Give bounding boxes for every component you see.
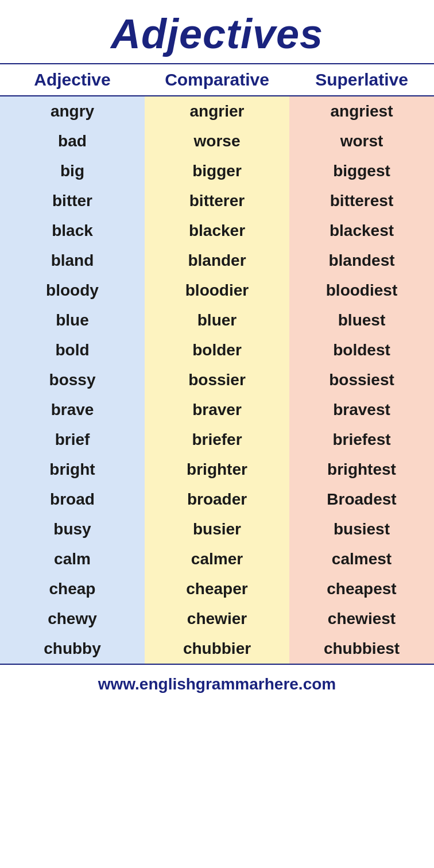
cell-sup-4: blackest: [289, 216, 434, 246]
table-row: badworseworst: [0, 126, 434, 156]
cell-adj-8: bold: [0, 335, 145, 365]
cell-sup-18: chubbiest: [289, 634, 434, 664]
cell-sup-6: bloodiest: [289, 276, 434, 305]
table-wrapper: Adjective Comparative Superlative angrya…: [0, 63, 434, 664]
cell-sup-17: chewiest: [289, 604, 434, 634]
table-row: bigbiggerbiggest: [0, 156, 434, 186]
page: Adjectives Adjective Comparative Superla…: [0, 0, 434, 711]
cell-sup-15: calmest: [289, 544, 434, 574]
table-row: brightbrighterbrightest: [0, 455, 434, 485]
cell-adj-1: bad: [0, 126, 145, 156]
cell-comp-1: worse: [145, 126, 289, 156]
cell-adj-3: bitter: [0, 186, 145, 216]
table-row: boldbolderboldest: [0, 335, 434, 365]
cell-adj-16: cheap: [0, 574, 145, 604]
table-row: cheapcheapercheapest: [0, 574, 434, 604]
table-row: bitterbittererbitterest: [0, 186, 434, 216]
cell-sup-11: briefest: [289, 425, 434, 455]
cell-comp-5: blander: [145, 246, 289, 276]
cell-adj-14: busy: [0, 514, 145, 544]
cell-adj-17: chewy: [0, 604, 145, 634]
table-row: bravebraverbravest: [0, 395, 434, 425]
cell-comp-6: bloodier: [145, 276, 289, 305]
page-title: Adjectives: [0, 0, 434, 63]
cell-sup-7: bluest: [289, 305, 434, 335]
table-row: angryangrierangriest: [0, 96, 434, 126]
cell-comp-4: blacker: [145, 216, 289, 246]
table-row: chewychewierchewiest: [0, 604, 434, 634]
table-row: chubbychubbierchubbiest: [0, 634, 434, 664]
cell-comp-10: braver: [145, 395, 289, 425]
cell-sup-14: busiest: [289, 514, 434, 544]
table-row: bluebluerbluest: [0, 305, 434, 335]
cell-comp-13: broader: [145, 485, 289, 514]
header-superlative: Superlative: [289, 64, 434, 96]
table-row: busybusierbusiest: [0, 514, 434, 544]
cell-adj-9: bossy: [0, 365, 145, 395]
table-row: blackblackerblackest: [0, 216, 434, 246]
table-row: broadbroaderBroadest: [0, 485, 434, 514]
cell-comp-9: bossier: [145, 365, 289, 395]
adjectives-table: Adjective Comparative Superlative angrya…: [0, 63, 434, 664]
cell-comp-14: busier: [145, 514, 289, 544]
table-row: bossybossierbossiest: [0, 365, 434, 395]
cell-comp-7: bluer: [145, 305, 289, 335]
cell-sup-13: Broadest: [289, 485, 434, 514]
cell-comp-15: calmer: [145, 544, 289, 574]
cell-sup-12: brightest: [289, 455, 434, 485]
cell-adj-0: angry: [0, 96, 145, 126]
cell-adj-15: calm: [0, 544, 145, 574]
cell-adj-12: bright: [0, 455, 145, 485]
cell-sup-10: bravest: [289, 395, 434, 425]
cell-sup-16: cheapest: [289, 574, 434, 604]
footer-url: www.englishgrammarhere.com: [0, 664, 434, 699]
cell-comp-8: bolder: [145, 335, 289, 365]
cell-sup-2: biggest: [289, 156, 434, 186]
cell-sup-0: angriest: [289, 96, 434, 126]
cell-sup-3: bitterest: [289, 186, 434, 216]
cell-comp-18: chubbier: [145, 634, 289, 664]
cell-sup-5: blandest: [289, 246, 434, 276]
cell-adj-6: bloody: [0, 276, 145, 305]
cell-adj-11: brief: [0, 425, 145, 455]
cell-adj-2: big: [0, 156, 145, 186]
cell-comp-11: briefer: [145, 425, 289, 455]
cell-comp-12: brighter: [145, 455, 289, 485]
table-row: bloodybloodierbloodiest: [0, 276, 434, 305]
cell-sup-9: bossiest: [289, 365, 434, 395]
cell-adj-13: broad: [0, 485, 145, 514]
cell-adj-18: chubby: [0, 634, 145, 664]
table-header-row: Adjective Comparative Superlative: [0, 64, 434, 96]
header-adjective: Adjective: [0, 64, 145, 96]
cell-adj-4: black: [0, 216, 145, 246]
cell-comp-16: cheaper: [145, 574, 289, 604]
cell-adj-10: brave: [0, 395, 145, 425]
table-row: calmcalmercalmest: [0, 544, 434, 574]
cell-comp-3: bitterer: [145, 186, 289, 216]
cell-comp-2: bigger: [145, 156, 289, 186]
cell-comp-17: chewier: [145, 604, 289, 634]
cell-sup-1: worst: [289, 126, 434, 156]
table-row: briefbrieferbriefest: [0, 425, 434, 455]
cell-sup-8: boldest: [289, 335, 434, 365]
cell-adj-7: blue: [0, 305, 145, 335]
table-row: blandblanderblandest: [0, 246, 434, 276]
cell-comp-0: angrier: [145, 96, 289, 126]
header-comparative: Comparative: [145, 64, 289, 96]
cell-adj-5: bland: [0, 246, 145, 276]
